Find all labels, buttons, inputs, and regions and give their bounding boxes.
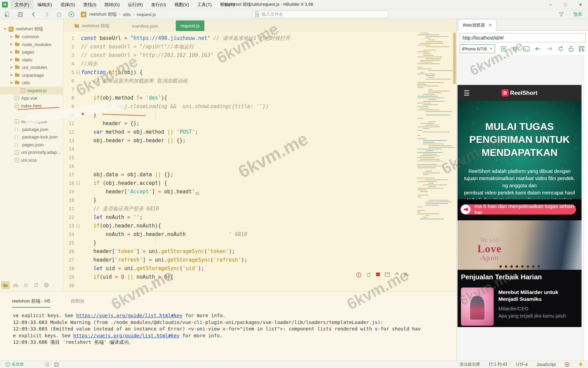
status-item-2[interactable]: UTF-8 (516, 362, 528, 367)
menu-item-0[interactable]: 文件(F) (11, 0, 33, 9)
refresh-icon[interactable] (558, 46, 564, 52)
nav-back-icon[interactable] (535, 46, 541, 51)
new-file-icon[interactable] (3, 11, 11, 18)
tree-item-node_modules[interactable]: node_modules (0, 41, 63, 48)
maximize-icon[interactable]: □ (558, 0, 573, 9)
menu-item-1[interactable]: 编辑(E) (33, 0, 56, 9)
error-badge-icon[interactable] (356, 272, 361, 278)
console-tab-reelshort 前端 - H5[interactable]: reelshort 前端 - H5 (12, 298, 50, 308)
carousel-dot[interactable] (521, 265, 524, 268)
minimize-icon[interactable]: ─ (543, 0, 558, 9)
console-tab-控制台[interactable]: 控制台 (71, 298, 85, 308)
notification-bell-icon[interactable] (578, 362, 583, 367)
tree-item-package-lock.json[interactable]: [ ]package-lock.json (0, 133, 63, 141)
editor-tab-request.js[interactable]: request.js (176, 20, 204, 31)
outline-list-icon[interactable] (44, 362, 49, 367)
hero-banner[interactable]: 0111011011100110100000101011101100010100… (458, 101, 582, 199)
tree-item-unpackage[interactable]: unpackage (0, 71, 63, 79)
nav-forward-icon[interactable] (546, 46, 553, 51)
tree-item-uni_modules[interactable]: uni_modules (0, 64, 63, 72)
tree-item-package.json[interactable]: [ ]package.json (0, 126, 63, 133)
task-box-icon[interactable] (54, 362, 59, 367)
breadcrumb-project[interactable]: reelshort 前端 (89, 11, 117, 17)
minimap-scroll-indicator[interactable] (453, 33, 456, 84)
chevron-expanded-icon[interactable] (10, 81, 13, 85)
open-window-icon[interactable] (385, 272, 390, 278)
editor-tab-manifest.json[interactable]: manifest.json (127, 21, 163, 31)
status-item-3[interactable]: JavaScript (537, 362, 556, 367)
menu-item-6[interactable]: 发行(U) (147, 0, 170, 9)
search-icon[interactable] (12, 281, 20, 289)
carousel-dot[interactable] (499, 265, 502, 268)
tree-item-pages[interactable]: pages (0, 48, 63, 56)
save-icon[interactable] (16, 11, 24, 18)
plugin-status-icon[interactable] (564, 362, 570, 367)
run-icon[interactable] (67, 11, 75, 18)
minimap[interactable] (417, 33, 453, 220)
fold-icon[interactable]: − (76, 71, 80, 74)
console-link[interactable]: https://vuejs.org/guide/list.html#key (73, 333, 180, 338)
lock-icon[interactable] (569, 46, 574, 52)
stop-icon[interactable] (376, 272, 380, 278)
login-status[interactable]: ? 未登录 (5, 362, 24, 367)
file-search-input[interactable] (262, 12, 386, 17)
preview-button[interactable]: 预览 (570, 10, 586, 18)
chevron-collapsed-icon[interactable] (10, 73, 13, 77)
tree-item-utils[interactable]: utils (0, 79, 63, 87)
menu-item-8[interactable]: 工具(T) (193, 0, 216, 9)
carousel-dot[interactable] (510, 265, 513, 268)
book-item[interactable]: Merebut Miliarder untuk Menjadi Suamiku … (461, 288, 579, 326)
qr-code-icon[interactable] (578, 46, 585, 52)
breadcrumb-folder[interactable]: utils (123, 12, 130, 17)
terminal-icon[interactable] (523, 46, 530, 52)
tree-item-App.vue[interactable]: VApp.vue (0, 94, 63, 102)
clear-console-icon[interactable] (404, 272, 409, 278)
chevron-expanded-icon[interactable] (3, 27, 7, 31)
menu-item-5[interactable]: 运行(R) (124, 0, 147, 9)
tree-item-common[interactable]: common (0, 33, 63, 41)
menu-item-3[interactable]: 查找(I) (79, 0, 100, 9)
carousel-dot[interactable] (538, 265, 540, 268)
breadcrumb-file[interactable]: request.js (137, 12, 156, 17)
url-bar[interactable] (460, 33, 586, 42)
tree-item-uni.scss[interactable]: Suni.scss (0, 156, 63, 164)
files-icon[interactable] (1, 281, 10, 289)
chevron-collapsed-icon[interactable] (10, 43, 13, 46)
ticker-pill[interactable]: ma 5 hari dan menyelesaikan tugas sehari… (460, 204, 576, 215)
console-log[interactable]: ve explicit keys. See https://vuejs.org/… (13, 312, 421, 346)
open-external-icon[interactable] (500, 46, 507, 52)
tree-item-reelshort 前端[interactable]: ureelshort 前端 (0, 25, 63, 33)
editor-tab-reelshort 前端[interactable]: reelshort 前端 (69, 21, 114, 31)
bug-icon[interactable] (22, 281, 30, 289)
favorite-star-icon[interactable] (55, 11, 63, 18)
tree-item-request.js[interactable]: Jrequest.js (0, 87, 63, 94)
settings-gear-icon[interactable] (512, 46, 518, 52)
status-item-1[interactable]: 行:1 列:43 (489, 362, 507, 367)
fold-icon[interactable]: − (76, 181, 80, 185)
carousel-dot[interactable] (516, 265, 518, 268)
rerun-icon[interactable] (366, 272, 371, 278)
book-cover[interactable] (461, 288, 494, 326)
url-input[interactable] (460, 33, 585, 42)
carousel-dot[interactable] (505, 265, 507, 268)
tree-item-uni.promisify.adap...[interactable]: Juni.promisify.adap... (0, 149, 63, 157)
device-selector[interactable]: iPhone 6/7/8 ▼ (460, 44, 495, 53)
close-icon[interactable]: ✕ (573, 0, 588, 9)
status-item-0[interactable]: 语法提示库 (460, 362, 480, 367)
file-search-box[interactable] (252, 11, 388, 18)
code-area[interactable]: 1const baseUrl = "https://498.jiuzhouw.n… (63, 31, 457, 292)
browser-tab[interactable]: Web浏览器 ✕ (458, 19, 496, 31)
forward-icon[interactable] (43, 11, 50, 18)
menu-item-2[interactable]: 选择(S) (56, 0, 79, 9)
carousel-dot[interactable] (527, 265, 529, 268)
chevron-collapsed-icon[interactable] (10, 50, 13, 54)
chevron-collapsed-icon[interactable] (10, 58, 13, 61)
carousel-dot[interactable] (532, 265, 535, 268)
viewport-scrollbar[interactable] (584, 55, 588, 360)
hamburger-menu-icon[interactable]: ☰ (464, 89, 470, 97)
menu-item-7[interactable]: 视图(V) (170, 0, 193, 9)
fold-icon[interactable]: − (76, 224, 80, 227)
extensions-icon[interactable] (42, 281, 50, 289)
console-link[interactable]: https://vuejs.org/guide/list.html#key (76, 313, 182, 318)
tree-item-pages.json[interactable]: [ ]pages.json (0, 141, 63, 149)
